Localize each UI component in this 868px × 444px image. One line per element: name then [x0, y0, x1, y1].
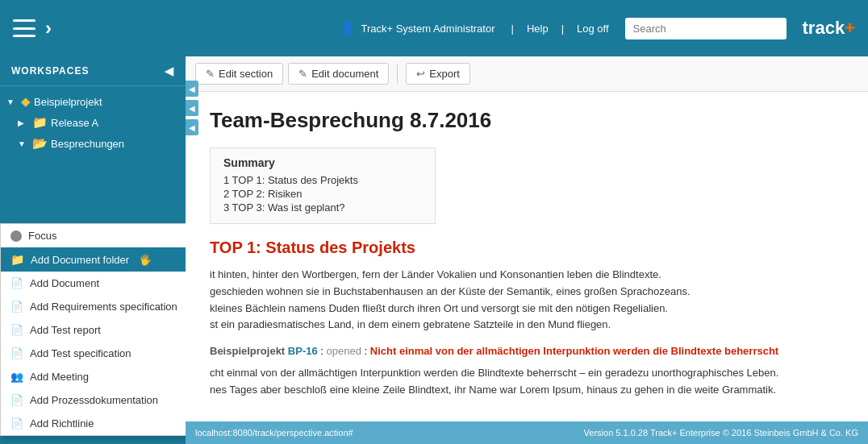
side-expand-buttons: ◀ ◀ ◀ [186, 81, 198, 135]
footer: localhost:8080/track/perspective.action#… [186, 421, 868, 444]
document-paragraph1: it hinten, hinter den Wortbergen, fern d… [210, 267, 844, 334]
link-colon2: : [365, 345, 370, 357]
link-colon: : [320, 345, 326, 357]
sidebar-item-release-a[interactable]: ▶ 📁 Release A [0, 112, 186, 133]
hamburger-menu-icon[interactable] [13, 19, 35, 37]
doc-icon-testspec: 📄 [10, 347, 23, 359]
edit-section-icon: ✎ [206, 68, 215, 80]
summary-item-1: 1 TOP 1: Status des Projekts [223, 174, 422, 186]
main-layout: WORKSPACES ◀ ▼ ◆ Beispielprojekt ▶ 📁 Rel… [0, 56, 868, 444]
dropdown-label-add-meeting: Add Meeting [30, 371, 89, 383]
folder-open-icon-besprechungen: 📂 [32, 136, 48, 151]
summary-list: 1 TOP 1: Status des Projekts 2 TOP 2: Ri… [223, 174, 422, 214]
logo-plus: + [845, 18, 855, 38]
dropdown-label-add-document: Add Document [30, 277, 99, 289]
search-input[interactable] [625, 18, 787, 39]
context-menu-dropdown: Focus 📁 Add Document folder 🖐 📄 Add Docu… [0, 223, 186, 436]
topbar-left: › [13, 17, 52, 39]
expand-btn-2[interactable]: ◀ [186, 100, 198, 116]
dropdown-item-add-richtlinie[interactable]: 📄 Add Richtlinie [1, 412, 186, 435]
dropdown-label-add-test-report: Add Test report [30, 324, 101, 336]
topbar: › 👤 Track+ System Administrator | Help |… [0, 0, 868, 56]
export-button[interactable]: ↩ Export [406, 63, 470, 85]
link-project-label: Beispielprojekt [210, 345, 285, 357]
sidebar-item-besprechungen[interactable]: ▼ 📂 Besprechungen [0, 133, 186, 154]
content-area: ✎ Edit section ✎ Edit document ↩ Export … [186, 56, 868, 444]
document-title: Team-Besprechung 8.7.2016 [210, 108, 844, 133]
edit-document-button[interactable]: ✎ Edit document [288, 63, 389, 85]
user-name-label: Track+ System Administrator [361, 23, 495, 35]
dropdown-item-add-test-report[interactable]: 📄 Add Test report [1, 318, 186, 342]
document-link-area: Beispielprojekt BP-16 : opened : Nicht e… [210, 345, 844, 357]
user-info: 👤 Track+ System Administrator [340, 21, 495, 36]
edit-section-button[interactable]: ✎ Edit section [195, 63, 283, 85]
tree-toggle-besprechungen: ▼ [18, 139, 29, 148]
dropdown-label-add-prozessdok: Add Prozessdokumentation [30, 394, 158, 406]
dropdown-label-add-requirements: Add Requirements specification [30, 301, 177, 313]
link-id[interactable]: BP-16 [288, 345, 318, 357]
summary-heading: Summary [223, 156, 422, 169]
project-icon: ◆ [21, 94, 31, 109]
sidebar-item-beispielprojekt[interactable]: ▼ ◆ Beispielprojekt [0, 91, 186, 112]
footer-version: Version 5.1.0.28 Track+ Enterprise © 201… [584, 428, 858, 438]
meeting-icon: 👥 [10, 371, 23, 383]
toolbar-separator [397, 64, 398, 84]
folder-icon-release: 📁 [32, 115, 48, 130]
dropdown-label-add-richtlinie: Add Richtlinie [30, 417, 94, 429]
dropdown-label-add-doc-folder: Add Document folder [31, 254, 129, 266]
doc-icon-testrep: 📄 [10, 324, 23, 336]
link-text: Nicht einmal von der allmächtigen Interp… [370, 345, 778, 357]
sidebar-item-label-release-a: Release A [51, 117, 98, 129]
cursor-hand-icon: 🖐 [139, 254, 152, 266]
sidebar-tree: ▼ ◆ Beispielprojekt ▶ 📁 Release A ▼ 📂 Be… [0, 86, 186, 159]
dropdown-item-add-requirements[interactable]: 📄 Add Requirements specification [1, 295, 186, 318]
workspaces-label: WORKSPACES [11, 65, 89, 77]
search-area [625, 18, 787, 39]
dropdown-item-add-doc-folder[interactable]: 📁 Add Document folder 🖐 [1, 247, 186, 272]
sidebar-item-label-besprechungen: Besprechungen [51, 138, 124, 150]
topbar-divider1: | [511, 23, 513, 35]
dropdown-item-add-meeting[interactable]: 👥 Add Meeting [1, 365, 186, 388]
summary-box: Summary 1 TOP 1: Status des Projekts 2 T… [210, 147, 436, 224]
dropdown-item-add-prozessdok[interactable]: 📄 Add Prozessdokumentation [1, 388, 186, 412]
topbar-right: 👤 Track+ System Administrator | Help | L… [340, 18, 855, 39]
help-link[interactable]: Help [527, 23, 549, 35]
edit-section-label: Edit section [219, 68, 273, 80]
topbar-links: | Help | Log off [511, 23, 608, 35]
document-content: Team-Besprechung 8.7.2016 Summary 1 TOP … [186, 92, 868, 421]
doc-icon-prozess: 📄 [10, 394, 23, 406]
footer-url: localhost:8080/track/perspective.action# [195, 428, 353, 438]
expand-btn-3[interactable]: ◀ [186, 119, 198, 135]
expand-btn-1[interactable]: ◀ [186, 81, 198, 97]
topbar-arrow-icon: › [45, 17, 52, 39]
sidebar-header: WORKSPACES ◀ [0, 56, 186, 86]
section1-heading: TOP 1: Status des Projekts [210, 239, 844, 257]
document-paragraph2: cht einmal von der allmächtigen Interpun… [210, 365, 844, 399]
toolbar: ✎ Edit section ✎ Edit document ↩ Export [186, 56, 868, 92]
summary-item-2: 2 TOP 2: Risiken [223, 188, 422, 200]
dropdown-item-add-document[interactable]: 📄 Add Document [1, 272, 186, 295]
track-logo: track+ [803, 18, 855, 39]
circle-icon [10, 230, 22, 242]
folder-add-icon: 📁 [10, 253, 24, 266]
dropdown-item-focus[interactable]: Focus [1, 224, 186, 247]
sidebar: WORKSPACES ◀ ▼ ◆ Beispielprojekt ▶ 📁 Rel… [0, 56, 186, 444]
export-icon: ↩ [416, 68, 425, 80]
sidebar-item-label-beispielprojekt: Beispielprojekt [34, 96, 102, 108]
edit-document-icon: ✎ [298, 68, 307, 80]
logo-text: track [803, 18, 845, 38]
dropdown-item-add-test-spec[interactable]: 📄 Add Test specification [1, 342, 186, 365]
doc-icon-add: 📄 [10, 277, 23, 289]
tree-toggle-beispielprojekt: ▼ [6, 98, 18, 106]
tree-toggle-release-a: ▶ [18, 118, 29, 127]
topbar-divider2: | [561, 23, 564, 35]
doc-icon-richtlinie: 📄 [10, 417, 23, 429]
edit-document-label: Edit document [311, 68, 378, 80]
sidebar-collapse-button[interactable]: ◀ [165, 64, 174, 77]
logoff-link[interactable]: Log off [577, 23, 609, 35]
export-label: Export [429, 68, 460, 80]
doc-icon-req: 📄 [10, 301, 23, 313]
link-status: opened [327, 345, 361, 357]
user-avatar-icon: 👤 [340, 21, 356, 36]
dropdown-label-add-test-spec: Add Test specification [30, 347, 131, 359]
